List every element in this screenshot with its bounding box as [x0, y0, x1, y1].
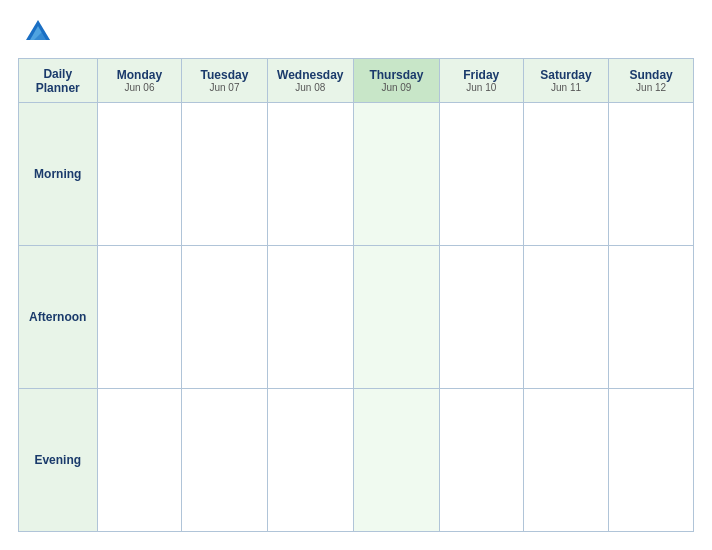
cell-evening-sunday[interactable] — [609, 389, 694, 532]
page: DailyPlanner MondayJun 06TuesdayJun 07We… — [0, 0, 712, 550]
calendar-table: DailyPlanner MondayJun 06TuesdayJun 07We… — [18, 58, 694, 532]
cell-afternoon-friday[interactable] — [439, 246, 523, 389]
col-header-saturday: SaturdayJun 11 — [523, 59, 608, 103]
row-label-afternoon: Afternoon — [19, 246, 98, 389]
col-header-monday: MondayJun 06 — [97, 59, 182, 103]
cell-morning-friday[interactable] — [439, 103, 523, 246]
cell-afternoon-sunday[interactable] — [609, 246, 694, 389]
cell-evening-thursday[interactable] — [354, 389, 440, 532]
cell-evening-wednesday[interactable] — [267, 389, 354, 532]
header — [18, 18, 694, 46]
cell-morning-wednesday[interactable] — [267, 103, 354, 246]
col-header-friday: FridayJun 10 — [439, 59, 523, 103]
cell-afternoon-monday[interactable] — [97, 246, 182, 389]
row-label-evening: Evening — [19, 389, 98, 532]
table-row: Afternoon — [19, 246, 694, 389]
col-header-wednesday: WednesdayJun 08 — [267, 59, 354, 103]
cell-afternoon-wednesday[interactable] — [267, 246, 354, 389]
cell-evening-saturday[interactable] — [523, 389, 608, 532]
cell-morning-tuesday[interactable] — [182, 103, 267, 246]
cell-morning-monday[interactable] — [97, 103, 182, 246]
cell-evening-friday[interactable] — [439, 389, 523, 532]
col-header-sunday: SundayJun 12 — [609, 59, 694, 103]
cell-morning-saturday[interactable] — [523, 103, 608, 246]
cell-afternoon-tuesday[interactable] — [182, 246, 267, 389]
logo-area — [18, 18, 52, 46]
cell-evening-monday[interactable] — [97, 389, 182, 532]
col-header-thursday: ThursdayJun 09 — [354, 59, 440, 103]
row-label-morning: Morning — [19, 103, 98, 246]
col-header-label: DailyPlanner — [19, 59, 98, 103]
cell-morning-sunday[interactable] — [609, 103, 694, 246]
table-row: Morning — [19, 103, 694, 246]
table-row: Evening — [19, 389, 694, 532]
cell-evening-tuesday[interactable] — [182, 389, 267, 532]
cell-morning-thursday[interactable] — [354, 103, 440, 246]
logo-icon — [24, 18, 52, 46]
col-header-tuesday: TuesdayJun 07 — [182, 59, 267, 103]
cell-afternoon-saturday[interactable] — [523, 246, 608, 389]
cell-afternoon-thursday[interactable] — [354, 246, 440, 389]
